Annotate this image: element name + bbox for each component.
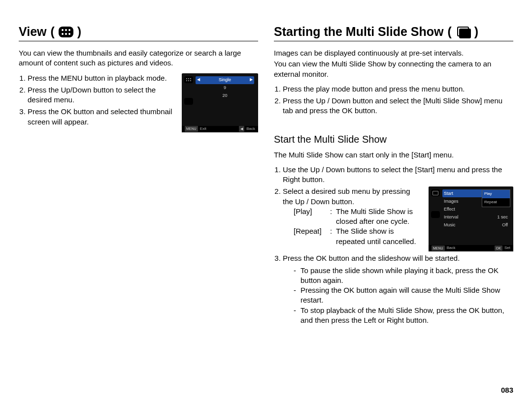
right-column: Starting the Multi Slide Show ( ) Images… bbox=[266, 25, 513, 396]
lcd-footer: MENU Exit ◀ Back bbox=[182, 126, 258, 132]
menu-button-label: MENU bbox=[185, 126, 198, 131]
paren-open: ( bbox=[51, 25, 55, 39]
view-step-2: Press the Up/Down button to select the d… bbox=[28, 85, 176, 105]
def-play: [Play] : The Multi Slide Show is closed … bbox=[294, 207, 422, 227]
paren-close: ) bbox=[77, 25, 81, 39]
left-column: View ( ) You can view the thumbnails and… bbox=[19, 25, 266, 396]
lcd-row-20: 20 bbox=[196, 92, 254, 100]
lcd-popup: Play Repeat bbox=[482, 189, 510, 207]
note-pause: -To pause the slide shown while playing … bbox=[294, 266, 513, 286]
footer-exit: Exit bbox=[200, 126, 206, 132]
page-number: 083 bbox=[501, 386, 513, 394]
step-2-3: Press the OK button and the slideshow wi… bbox=[283, 253, 513, 325]
def-repeat: [Repeat] : The Slide show is repeated un… bbox=[294, 226, 422, 247]
sidebar-icon bbox=[431, 211, 440, 218]
triangle-left-icon: ◀ bbox=[197, 77, 200, 83]
lcd-row-interval: Interval1 sec bbox=[442, 213, 509, 221]
lcd-slideshow-menu: Start▶ Images Effect Interval1 sec Music… bbox=[429, 186, 513, 251]
paren-open: ( bbox=[447, 25, 451, 39]
note-restart: -Pressing the OK button again will cause… bbox=[294, 285, 513, 306]
lcd-footer: MENU Back OK Set bbox=[429, 245, 513, 251]
sidebar-icon bbox=[184, 98, 193, 105]
lcd-row-music: MusicOff bbox=[442, 221, 509, 229]
manual-page: View ( ) You can view the thumbnails and… bbox=[0, 0, 532, 401]
triangle-right-icon: ▶ bbox=[250, 77, 253, 83]
slideshow-stack-icon bbox=[456, 27, 470, 37]
view-step-3: Press the OK button and selected thumbna… bbox=[28, 107, 176, 127]
slideshow-intro-2: You can view the Multi Slide Show by con… bbox=[274, 59, 513, 79]
view-step-1: Press the MENU button in playback mode. bbox=[28, 73, 176, 83]
step-3-notes: -To pause the slide shown while playing … bbox=[294, 266, 513, 326]
slideshow-stack-icon bbox=[431, 189, 440, 196]
ok-button-label: OK bbox=[495, 246, 502, 251]
section-title-view: View ( ) bbox=[19, 25, 258, 41]
popup-play: Play bbox=[482, 190, 510, 198]
footer-back: Back bbox=[246, 126, 255, 132]
section-title-slideshow: Starting the Multi Slide Show ( ) bbox=[274, 25, 513, 41]
grid-thumbnails-icon bbox=[59, 27, 73, 37]
slideshow-steps-2: Use the Up / Down buttons to select the … bbox=[274, 165, 513, 325]
lcd-row-label: Single bbox=[219, 76, 231, 83]
view-intro: You can view the thumbnails and easily c… bbox=[19, 48, 258, 68]
footer-back: Back bbox=[447, 245, 456, 251]
lcd-row-9: 9 bbox=[196, 84, 254, 92]
slideshow-step-2: Press the Up / Down button and select th… bbox=[283, 96, 513, 116]
lcd-row-single: ◀ Single ▶ bbox=[196, 76, 254, 84]
step-2-2-text: Select a desired sub menu by pressing th… bbox=[283, 186, 422, 207]
menu-button-label: MENU bbox=[432, 246, 445, 251]
slideshow-intro-1: Images can be displayed continuously at … bbox=[274, 48, 513, 58]
slideshow-steps-1: Press the play mode button and press the… bbox=[274, 84, 513, 116]
step-2-2: Select a desired sub menu by pressing th… bbox=[283, 186, 513, 251]
title-text: Starting the Multi Slide Show bbox=[274, 25, 443, 39]
step-2-1: Use the Up / Down buttons to select the … bbox=[283, 165, 513, 185]
view-steps: Press the MENU button in playback mode. … bbox=[19, 73, 176, 129]
note-stop: -To stop playback of the Multi Slide Sho… bbox=[294, 306, 513, 326]
footer-set: Set bbox=[504, 245, 510, 251]
sub-section-title: Start the Multi Slide Show bbox=[274, 134, 513, 145]
title-text: View bbox=[19, 25, 47, 39]
grid-thumbnails-icon bbox=[184, 76, 193, 83]
paren-close: ) bbox=[474, 25, 478, 39]
lcd-view-menu: ◀ Single ▶ 9 20 MENU Exit ◀ Back bbox=[182, 73, 258, 132]
sub-intro: The Multi Slide Show can start only in t… bbox=[274, 150, 513, 160]
slideshow-step-1: Press the play mode button and press the… bbox=[283, 84, 513, 94]
popup-repeat: Repeat bbox=[482, 198, 510, 207]
back-button-icon: ◀ bbox=[239, 126, 244, 131]
steps-and-lcd: Press the MENU button in playback mode. … bbox=[19, 73, 258, 132]
